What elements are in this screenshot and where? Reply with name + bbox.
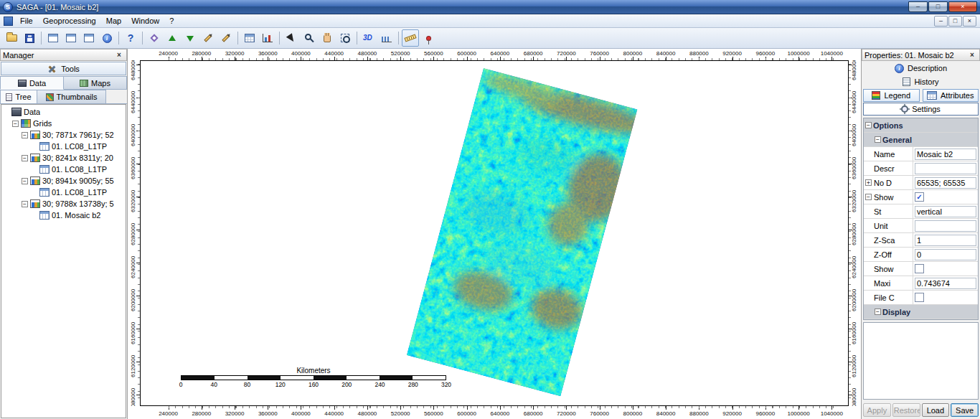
tree-item-30-8941x-9005y-55[interactable]: −30; 8941x 9005y; 55 <box>1 175 126 187</box>
tree-item-01-lc08-l1tp[interactable]: 01. LC08_L1TP <box>1 164 126 175</box>
checkbox-file-c[interactable] <box>915 293 924 302</box>
settings-button[interactable]: Settings <box>863 103 979 116</box>
apply-button[interactable]: Apply <box>863 403 891 417</box>
tree-item-30-7871x-7961y-52[interactable]: −30; 7871x 7961y; 52 <box>1 129 126 141</box>
settings-row-no-d[interactable]: +No D65535; 65535 <box>864 176 978 190</box>
settings-row-file-c[interactable]: File C <box>864 291 978 305</box>
tree-item-30-9788x-13738y-5[interactable]: −30; 9788x 13738y; 5 <box>1 198 126 210</box>
measure-button[interactable] <box>402 29 419 47</box>
zoom-tool-button[interactable] <box>301 29 318 47</box>
window-minimize-button[interactable]: – <box>908 1 928 12</box>
child-restore-button[interactable]: □ <box>948 16 962 27</box>
load-button[interactable]: Load <box>922 403 950 417</box>
tree-collapse-icon[interactable]: − <box>22 155 28 161</box>
checkbox-show[interactable]: ✓ <box>915 192 924 202</box>
settings-row-name[interactable]: NameMosaic b2 <box>864 147 978 161</box>
tree-item-01-mosaic-b2[interactable]: 01. Mosaic b2 <box>1 210 126 221</box>
value-no-d[interactable]: 65535; 65535 <box>915 177 976 189</box>
show-diagram-button[interactable] <box>259 29 276 47</box>
save-button[interactable] <box>21 29 38 47</box>
legend-button[interactable]: Legend <box>863 89 920 102</box>
value-name[interactable]: Mosaic b2 <box>915 149 976 160</box>
attributes-button[interactable]: Attributes <box>923 89 979 102</box>
settings-row-maxi[interactable]: Maxi0.743674 <box>864 276 978 291</box>
settings-section-display[interactable]: −Display <box>864 305 978 319</box>
menu-help[interactable]: ? <box>164 15 179 27</box>
raster-mosaic-b2[interactable] <box>407 68 638 396</box>
y-tick-mark <box>849 98 852 98</box>
settings-row-unit[interactable]: Unit <box>864 219 978 233</box>
row-collapse-icon[interactable]: − <box>865 194 872 200</box>
view-3d-button[interactable] <box>360 29 377 47</box>
grid-system-icon <box>30 199 40 208</box>
value-unit[interactable] <box>915 220 976 232</box>
export-data-button[interactable] <box>182 29 199 47</box>
pan-tool-button[interactable] <box>319 29 336 47</box>
value-z-sca[interactable]: 1 <box>915 235 976 246</box>
settings-row-z-sca[interactable]: Z-Sca1 <box>864 233 978 248</box>
georeference-button[interactable] <box>420 29 437 47</box>
restore-button[interactable]: Restore <box>892 403 920 417</box>
tree-collapse-icon[interactable]: − <box>22 178 28 184</box>
tree-collapse-icon[interactable]: − <box>12 121 19 127</box>
select-tool-button[interactable] <box>283 29 300 47</box>
value-maxi[interactable]: 0.743674 <box>915 278 976 289</box>
window-maximize-button[interactable]: □ <box>928 1 948 12</box>
settings-row-st[interactable]: Stvertical <box>864 204 978 219</box>
help-button[interactable] <box>122 29 139 47</box>
tree-item-data[interactable]: Data <box>1 106 126 118</box>
tree-item-grids[interactable]: −Grids <box>1 118 126 129</box>
save-button[interactable]: Save <box>951 403 979 417</box>
tree-item-01-lc08-l1tp[interactable]: 01. LC08_L1TP <box>1 141 126 152</box>
settings-row-descr[interactable]: Descr <box>864 161 978 176</box>
settings-row-z-off[interactable]: Z-Off0 <box>864 248 978 262</box>
section-collapse-icon[interactable]: − <box>865 122 872 128</box>
tab-thumbnails[interactable]: Thumbnails <box>37 90 106 103</box>
manager-close-icon[interactable]: × <box>114 50 124 60</box>
zoom-extent-button[interactable] <box>336 29 354 47</box>
settings-row-show[interactable]: −Show✓ <box>864 190 978 204</box>
grid-system-icon <box>30 131 40 139</box>
settings-section-general[interactable]: −General <box>864 133 978 147</box>
value-descr[interactable] <box>915 163 976 174</box>
row-expand-icon[interactable]: + <box>865 179 872 186</box>
settings-row-show[interactable]: Show <box>864 262 978 276</box>
edit-shapes-button[interactable] <box>199 29 217 47</box>
show-messages-button[interactable] <box>80 29 98 47</box>
section-collapse-icon[interactable]: − <box>875 136 881 143</box>
x-tick-label: 360000 <box>258 50 278 57</box>
value-st[interactable]: vertical <box>915 206 976 217</box>
menu-window[interactable]: Window <box>126 15 164 27</box>
show-table-button[interactable] <box>241 29 258 47</box>
new-map-button[interactable] <box>146 29 163 47</box>
section-collapse-icon[interactable]: − <box>875 309 881 315</box>
settings-section-options[interactable]: −Options <box>864 118 978 133</box>
tree-item-30-8241x-8311y-20[interactable]: −30; 8241x 8311y; 20 <box>1 152 126 164</box>
histogram-button[interactable] <box>378 29 395 47</box>
value-z-off[interactable]: 0 <box>915 249 976 260</box>
history-button[interactable]: History <box>863 75 979 88</box>
tab-maps[interactable]: Maps <box>64 76 127 90</box>
tab-tree[interactable]: Tree <box>0 90 37 103</box>
map-canvas[interactable]: Kilometers 04080120160200240280320 <box>140 60 849 406</box>
tree-item-01-lc08-l1tp[interactable]: 01. LC08_L1TP <box>1 187 126 198</box>
menu-file[interactable]: File <box>15 15 38 27</box>
tab-data[interactable]: Data <box>0 76 64 90</box>
window-close-button[interactable]: × <box>948 1 977 12</box>
tree-collapse-icon[interactable]: − <box>22 201 28 207</box>
open-file-button[interactable] <box>3 29 20 47</box>
edit-attributes-button[interactable] <box>217 29 235 47</box>
import-data-button[interactable] <box>164 29 181 47</box>
tree-collapse-icon[interactable]: − <box>22 132 28 138</box>
show-manager-button[interactable] <box>44 29 62 47</box>
menu-geoprocessing[interactable]: Geoprocessing <box>38 15 101 27</box>
child-minimize-button[interactable]: – <box>934 16 948 27</box>
menu-map[interactable]: Map <box>101 15 126 27</box>
show-description-button[interactable] <box>98 29 116 47</box>
checkbox-show[interactable] <box>915 264 924 273</box>
tab-tools[interactable]: Tools <box>1 62 126 75</box>
show-object-properties-button[interactable] <box>62 29 80 47</box>
properties-close-icon[interactable]: × <box>967 50 977 60</box>
description-button[interactable]: Description <box>863 62 979 75</box>
child-close-button[interactable]: × <box>963 16 976 27</box>
